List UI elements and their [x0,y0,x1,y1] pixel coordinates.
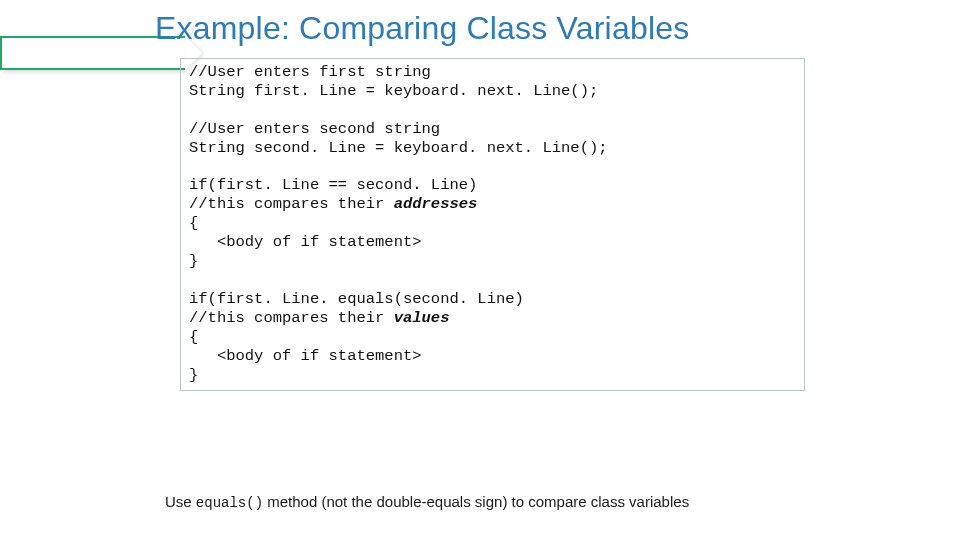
code-text: //this compares their [189,195,394,213]
code-line: //User enters first string [189,63,796,82]
slide-title: Example: Comparing Class Variables [155,10,689,47]
slide: Example: Comparing Class Variables //Use… [0,0,960,540]
emphasis-values: values [394,309,450,327]
caption: Use equals() method (not the double-equa… [165,493,689,511]
code-line: String first. Line = keyboard. next. Lin… [189,82,796,101]
code-line: //this compares their values [189,309,796,328]
code-line: if(first. Line == second. Line) [189,176,796,195]
emphasis-addresses: addresses [394,195,478,213]
code-line: <body of if statement> [189,347,796,366]
code-line: //this compares their addresses [189,195,796,214]
caption-pre: Use [165,493,196,510]
code-line: String second. Line = keyboard. next. Li… [189,139,796,158]
code-line [189,158,796,177]
code-line [189,101,796,120]
code-line: <body of if statement> [189,233,796,252]
code-line: { [189,328,796,347]
code-line: } [189,252,796,271]
caption-post: method (not the double-equals sign) to c… [263,493,689,510]
code-line: //User enters second string [189,120,796,139]
code-line: { [189,214,796,233]
code-block: //User enters first string String first.… [180,58,805,391]
code-line: } [189,366,796,385]
caption-mono: equals() [196,495,263,511]
code-line [189,271,796,290]
code-line: if(first. Line. equals(second. Line) [189,290,796,309]
code-text: //this compares their [189,309,394,327]
